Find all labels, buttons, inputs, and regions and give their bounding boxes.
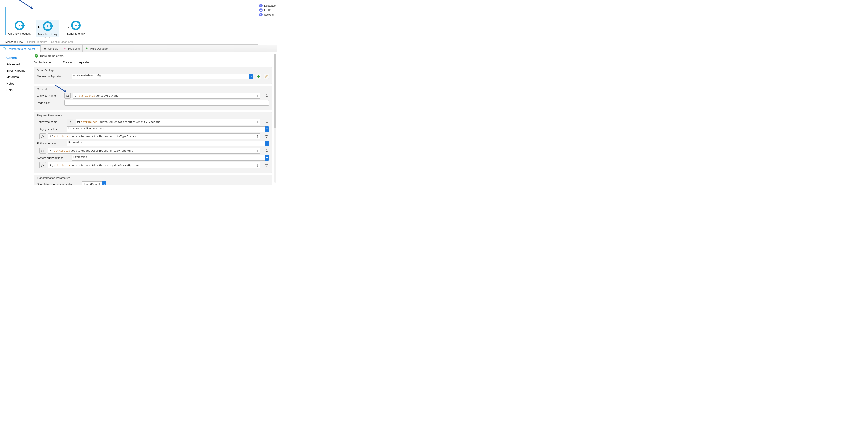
system-query-options-select[interactable]: Expression bbox=[72, 155, 269, 161]
properties-panel: ✓ There are no errors. Display Name: Bas… bbox=[34, 52, 277, 186]
node-icon bbox=[70, 20, 82, 31]
svg-rect-4 bbox=[50, 25, 53, 27]
svg-point-8 bbox=[75, 25, 77, 26]
sockets-icon: ● bbox=[259, 13, 262, 17]
add-config-button[interactable] bbox=[256, 74, 261, 79]
map-icon[interactable] bbox=[264, 119, 269, 125]
tab-configuration-xml[interactable]: Configuration XML bbox=[51, 40, 74, 43]
fx-button[interactable]: ƒx bbox=[39, 162, 46, 168]
chevron-down-icon bbox=[249, 74, 253, 79]
problems-icon: ⚠ bbox=[63, 47, 67, 51]
module-config-select[interactable]: odata-metadata-config bbox=[72, 74, 253, 79]
display-name-label: Display Name: bbox=[34, 61, 59, 64]
palette-item-sockets[interactable]: ●Sockets bbox=[259, 13, 281, 17]
close-icon[interactable]: × bbox=[36, 48, 38, 50]
status-row: ✓ There are no errors. bbox=[35, 54, 272, 58]
node-icon bbox=[42, 20, 53, 32]
flow-arrow bbox=[59, 27, 68, 27]
map-icon[interactable] bbox=[264, 162, 269, 168]
tab-problems[interactable]: ⚠Problems bbox=[61, 45, 82, 52]
node-icon bbox=[14, 20, 25, 31]
side-notes[interactable]: Notes bbox=[4, 81, 34, 87]
chevron-down-icon bbox=[102, 181, 106, 185]
system-query-options-label: System query options bbox=[37, 156, 69, 159]
scrollbar-thumb[interactable] bbox=[274, 54, 276, 128]
tab-mule-debugger[interactable]: ✱Mule Debugger bbox=[83, 45, 112, 52]
side-general[interactable]: General bbox=[4, 55, 34, 61]
property-sidebar: General Advanced Error Mapping Metadata … bbox=[4, 52, 34, 186]
fx-button[interactable]: ƒx bbox=[39, 133, 46, 139]
group-general: General Entity set name: ƒx #[ attribute… bbox=[34, 86, 272, 110]
tab-console[interactable]: ▣Console bbox=[41, 45, 61, 52]
chevron-down-icon bbox=[265, 126, 269, 132]
module-config-label: Module configuration: bbox=[37, 75, 69, 78]
entity-type-keys-select[interactable]: Expression bbox=[67, 141, 269, 146]
svg-point-5 bbox=[47, 25, 49, 27]
group-basic-settings: Basic Settings Module configuration: oda… bbox=[34, 67, 272, 84]
scrollbar[interactable] bbox=[274, 54, 276, 183]
check-icon: ✓ bbox=[35, 54, 38, 58]
display-name-input[interactable] bbox=[61, 60, 272, 65]
svg-rect-12 bbox=[5, 49, 6, 49]
search-enabled-select[interactable]: True (Default) bbox=[82, 181, 106, 185]
palette: ≡Database ⇄HTTP ●Sockets bbox=[259, 3, 281, 18]
chevron-down-icon bbox=[265, 155, 269, 161]
entity-type-fields-label: Entity type fields bbox=[37, 128, 64, 130]
side-advanced[interactable]: Advanced bbox=[4, 61, 34, 67]
entity-type-fields-select[interactable]: Expression or Bean reference bbox=[67, 126, 269, 132]
group-transformation-parameters: Transformation Parameters Search transfo… bbox=[34, 175, 272, 185]
group-request-parameters: Request Parameters Entity type name: ƒx … bbox=[34, 112, 272, 173]
fx-button[interactable]: ƒx bbox=[39, 148, 46, 154]
canvas-tabs: Message Flow Global Elements Configurati… bbox=[5, 40, 74, 43]
console-icon: ▣ bbox=[43, 47, 46, 51]
svg-point-2 bbox=[19, 25, 20, 26]
palette-item-http[interactable]: ⇄HTTP bbox=[259, 8, 281, 12]
palette-item-database[interactable]: ≡Database bbox=[259, 4, 281, 7]
arrow-head-icon bbox=[38, 26, 40, 28]
side-error-mapping[interactable]: Error Mapping bbox=[4, 67, 34, 74]
node-on-entity-request[interactable]: On Entity Request bbox=[6, 20, 33, 35]
search-enabled-label: Search transformation enabled: bbox=[37, 183, 79, 185]
node-serialize-entity[interactable]: Serialize entity bbox=[62, 20, 90, 35]
entity-type-name-input[interactable]: #[ attributes.odataRequestAttributes.ent… bbox=[76, 119, 260, 125]
entity-type-keys-input[interactable]: #[ attributes.odataRequestAttributes.ent… bbox=[49, 148, 260, 154]
fx-button[interactable]: ƒx bbox=[67, 119, 73, 125]
svg-rect-1 bbox=[21, 25, 25, 26]
tab-transform-properties[interactable]: Transform to sql select × bbox=[0, 45, 41, 52]
entity-type-keys-label: Entity type keys bbox=[37, 142, 64, 145]
page-size-input[interactable] bbox=[64, 100, 269, 105]
fx-button[interactable]: ƒx bbox=[64, 93, 71, 98]
map-icon[interactable] bbox=[264, 93, 269, 98]
bottom-tabstrip: Transform to sql select × ▣Console ⚠Prob… bbox=[0, 45, 277, 52]
entity-type-fields-input[interactable]: #[ attributes.odataRequestAttributes.ent… bbox=[49, 133, 260, 139]
side-metadata[interactable]: Metadata bbox=[4, 74, 34, 81]
system-query-options-input[interactable]: #[ attributes.odataRequestAttributes.sys… bbox=[49, 162, 260, 168]
debugger-icon: ✱ bbox=[85, 47, 89, 51]
node-transform-to-sql[interactable]: Transform to sql select bbox=[34, 20, 61, 37]
map-icon[interactable] bbox=[264, 148, 269, 153]
page-size-label: Page size: bbox=[37, 101, 62, 104]
flow-container: On Entity Request Transform to sql selec… bbox=[5, 7, 90, 35]
chevron-down-icon bbox=[265, 141, 269, 146]
entity-type-name-label: Entity type name: bbox=[37, 120, 64, 123]
flow-canvas[interactable]: ▼ GET\Customers\ENTITY On Entity Request… bbox=[0, 0, 258, 45]
edit-config-button[interactable] bbox=[264, 74, 269, 79]
database-icon: ≡ bbox=[259, 4, 262, 7]
map-icon[interactable] bbox=[264, 133, 269, 139]
arrow-head-icon bbox=[68, 26, 69, 28]
svg-rect-7 bbox=[78, 25, 82, 26]
side-help[interactable]: Help bbox=[4, 87, 34, 93]
transform-icon bbox=[2, 47, 6, 51]
entity-set-name-input[interactable]: #[ attributes.entitySetName] bbox=[73, 93, 260, 98]
tab-global-elements[interactable]: Global Elements bbox=[27, 40, 47, 43]
flow-arrow bbox=[30, 27, 38, 27]
http-icon: ⇄ bbox=[259, 8, 262, 12]
tab-message-flow[interactable]: Message Flow bbox=[5, 40, 23, 43]
entity-set-name-label: Entity set name: bbox=[37, 94, 62, 97]
